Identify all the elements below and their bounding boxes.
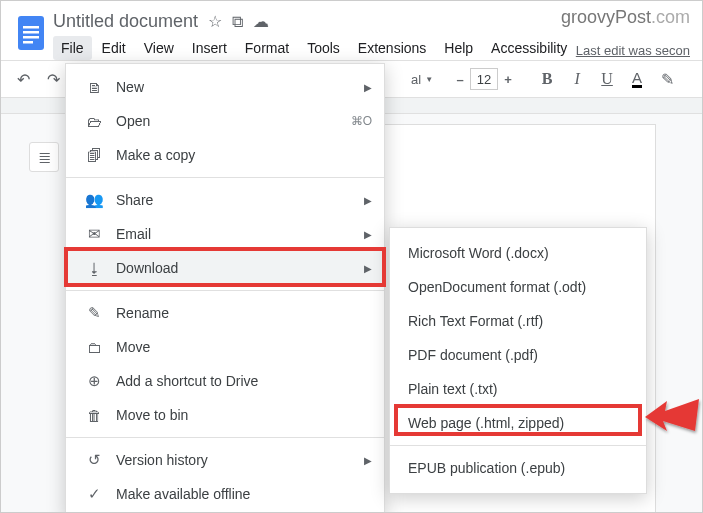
watermark-brand: groovyPost.com — [561, 7, 690, 28]
rename-icon: ✎ — [82, 304, 106, 322]
download-option-opendocument-format-odt[interactable]: OpenDocument format (.odt) — [390, 270, 646, 304]
move-icon: 🗀 — [82, 339, 106, 356]
menu-insert[interactable]: Insert — [184, 36, 235, 60]
font-size-input[interactable] — [470, 68, 498, 90]
cloud-status-icon[interactable]: ☁ — [253, 12, 269, 31]
file-menu-move-to-bin[interactable]: 🗑Move to bin — [66, 398, 384, 432]
download-option-rich-text-format-rtf[interactable]: Rich Text Format (.rtf) — [390, 304, 646, 338]
new-icon: 🗎 — [82, 79, 106, 96]
menu-accessibility[interactable]: Accessibility — [483, 36, 575, 60]
file-menu-new[interactable]: 🗎New▶ — [66, 70, 384, 104]
menu-item-label: Email — [116, 226, 151, 242]
submenu-arrow-icon: ▶ — [364, 263, 372, 274]
menu-item-label: Rename — [116, 305, 169, 321]
download-option-pdf-document-pdf[interactable]: PDF document (.pdf) — [390, 338, 646, 372]
file-menu-share[interactable]: 👥Share▶ — [66, 183, 384, 217]
download-option-plain-text-txt[interactable]: Plain text (.txt) — [390, 372, 646, 406]
share-icon: 👥 — [82, 191, 106, 209]
menu-item-label: Make a copy — [116, 147, 195, 163]
svg-rect-2 — [23, 31, 39, 34]
menu-item-label: Version history — [116, 452, 208, 468]
menu-item-label: Open — [116, 113, 150, 129]
titlebar: Untitled document ☆ ⧉ ☁ FileEditViewInse… — [1, 1, 702, 60]
file-menu-open[interactable]: 🗁Open⌘O — [66, 104, 384, 138]
menu-extensions[interactable]: Extensions — [350, 36, 434, 60]
font-size-increase[interactable]: + — [498, 68, 518, 90]
download-icon: ⭳ — [82, 260, 106, 277]
redo-button[interactable]: ↷ — [39, 65, 67, 93]
file-menu-add-a-shortcut-to-drive[interactable]: ⊕Add a shortcut to Drive — [66, 364, 384, 398]
add-a-shortcut-to-drive-icon: ⊕ — [82, 372, 106, 390]
document-title[interactable]: Untitled document — [53, 11, 198, 32]
italic-button[interactable]: I — [563, 65, 591, 93]
menu-item-label: New — [116, 79, 144, 95]
make-a-copy-icon: 🗐 — [82, 147, 106, 164]
file-menu-version-history[interactable]: ↺Version history▶ — [66, 443, 384, 477]
file-menu-make-available-offline[interactable]: ✓Make available offline — [66, 477, 384, 511]
menu-view[interactable]: View — [136, 36, 182, 60]
download-option-microsoft-word-docx[interactable]: Microsoft Word (.docx) — [390, 236, 646, 270]
file-menu: 🗎New▶🗁Open⌘O🗐Make a copy👥Share▶✉Email▶⭳D… — [65, 63, 385, 513]
menu-item-label: Add a shortcut to Drive — [116, 373, 258, 389]
menu-separator — [66, 177, 384, 178]
menu-separator — [66, 437, 384, 438]
menu-separator — [390, 445, 646, 446]
svg-rect-3 — [23, 36, 39, 39]
menu-item-label: Move to bin — [116, 407, 188, 423]
file-menu-rename[interactable]: ✎Rename — [66, 296, 384, 330]
download-option-epub-publication-epub[interactable]: EPUB publication (.epub) — [390, 451, 646, 485]
menu-item-label: Download — [116, 260, 178, 276]
submenu-arrow-icon: ▶ — [364, 82, 372, 93]
menu-file[interactable]: File — [53, 36, 92, 60]
download-submenu: Microsoft Word (.docx)OpenDocument forma… — [389, 227, 647, 494]
submenu-arrow-icon: ▶ — [364, 229, 372, 240]
download-option-web-page-html-zipped[interactable]: Web page (.html, zipped) — [390, 406, 646, 440]
email-icon: ✉ — [82, 225, 106, 243]
version-history-icon: ↺ — [82, 451, 106, 469]
submenu-arrow-icon: ▶ — [364, 195, 372, 206]
menu-separator — [66, 290, 384, 291]
text-color-button[interactable]: A — [623, 65, 651, 93]
file-menu-make-a-copy[interactable]: 🗐Make a copy — [66, 138, 384, 172]
svg-rect-1 — [23, 26, 39, 29]
open-icon: 🗁 — [82, 113, 106, 130]
font-name-partial[interactable]: al — [411, 72, 421, 87]
docs-logo[interactable] — [13, 9, 49, 57]
star-icon[interactable]: ☆ — [208, 12, 222, 31]
highlight-button[interactable]: ✎ — [653, 65, 681, 93]
menu-item-label: Move — [116, 339, 150, 355]
menu-item-label: Make available offline — [116, 486, 250, 502]
file-menu-email[interactable]: ✉Email▶ — [66, 217, 384, 251]
svg-rect-4 — [23, 41, 33, 44]
font-size-control: – + — [449, 67, 519, 91]
font-size-decrease[interactable]: – — [450, 68, 470, 90]
move-folder-icon[interactable]: ⧉ — [232, 13, 243, 31]
menu-edit[interactable]: Edit — [94, 36, 134, 60]
menu-tools[interactable]: Tools — [299, 36, 348, 60]
submenu-arrow-icon: ▶ — [364, 455, 372, 466]
file-menu-download[interactable]: ⭳Download▶ — [66, 251, 384, 285]
shortcut-label: ⌘O — [351, 114, 372, 128]
underline-button[interactable]: U — [593, 65, 621, 93]
undo-button[interactable]: ↶ — [9, 65, 37, 93]
bold-button[interactable]: B — [533, 65, 561, 93]
make-available-offline-icon: ✓ — [82, 485, 106, 503]
move-to-bin-icon: 🗑 — [82, 407, 106, 424]
last-edit-link[interactable]: Last edit was secon — [576, 43, 690, 58]
file-menu-move[interactable]: 🗀Move — [66, 330, 384, 364]
document-outline-button[interactable]: ≣ — [29, 142, 59, 172]
chevron-down-icon[interactable]: ▼ — [425, 75, 433, 84]
menu-format[interactable]: Format — [237, 36, 297, 60]
menu-item-label: Share — [116, 192, 153, 208]
menu-help[interactable]: Help — [436, 36, 481, 60]
